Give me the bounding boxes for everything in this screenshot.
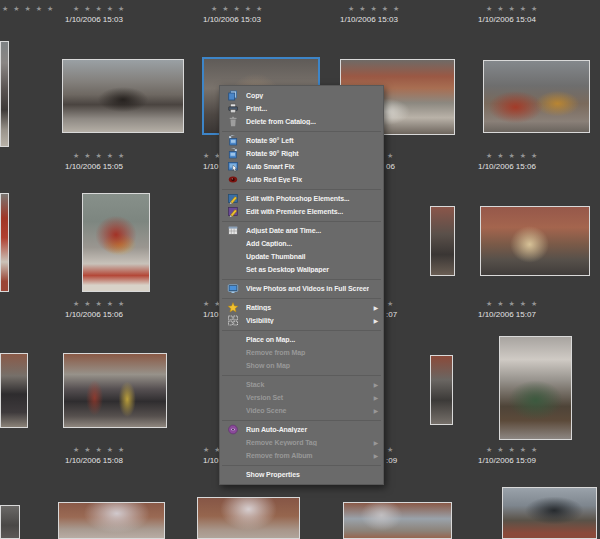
menu-item-label: Visibility — [246, 317, 369, 324]
menu-item-run-auto-analyzer[interactable]: Run Auto-Analyzer — [220, 423, 383, 436]
menu-item-auto-smart-fix[interactable]: Auto Smart Fix — [220, 160, 383, 173]
menu-item-label: Show on Map — [246, 362, 369, 369]
menu-separator — [222, 330, 381, 331]
photo-date: 1/10/2006 15:04 — [478, 15, 536, 25]
menu-item-show-on-map[interactable]: Show on Map — [220, 359, 383, 372]
star-rating[interactable]: ★ ★ — [203, 445, 219, 454]
menu-item-remove-from-map[interactable]: Remove from Map — [220, 346, 383, 359]
star-rating[interactable]: ★ ★ ★ ★ ★ — [73, 299, 126, 308]
photo-date-fragment: 1/10 — [203, 310, 219, 320]
rotate-left-icon — [227, 135, 239, 146]
star-rating[interactable]: ★ — [387, 151, 395, 160]
menu-separator — [222, 279, 381, 280]
red-eye-icon — [227, 174, 239, 185]
photo-thumbnail[interactable] — [480, 206, 590, 276]
star-rating[interactable]: ★ ★ — [203, 299, 219, 308]
menu-item-label: Ratings — [246, 304, 369, 311]
photo-thumbnail[interactable] — [0, 505, 20, 539]
star-rating[interactable]: ★ ★ ★ ★ ★ — [348, 4, 401, 13]
menu-separator — [222, 420, 381, 421]
menu-item-label: Stack — [246, 381, 369, 388]
menu-item-view-full-screen[interactable]: View Photos and Videos in Full Screen — [220, 282, 383, 295]
menu-item-edit-with-photoshop-elements[interactable]: Edit with Photoshop Elements... — [220, 192, 383, 205]
menu-item-adjust-date-and-time[interactable]: Adjust Date and Time... — [220, 224, 383, 237]
photo-thumbnail[interactable] — [63, 353, 167, 428]
icon-spacer — [227, 264, 239, 275]
menu-item-remove-from-album[interactable]: Remove from Album▶ — [220, 449, 383, 462]
photo-thumbnail[interactable] — [483, 60, 590, 133]
edit-photoshop-icon — [227, 193, 239, 204]
menu-item-auto-red-eye-fix[interactable]: Auto Red Eye Fix — [220, 173, 383, 186]
photo-date: 1/10/2006 15:03 — [340, 15, 398, 25]
edit-premiere-icon — [227, 206, 239, 217]
menu-separator — [222, 189, 381, 190]
menu-item-print[interactable]: Print... — [220, 102, 383, 115]
star-rating[interactable]: ★ ★ ★ ★ ★ — [2, 4, 55, 13]
photo-thumbnail[interactable] — [58, 502, 165, 539]
photo-date: 1/10/2006 15:08 — [65, 456, 123, 466]
photo-thumbnail[interactable] — [502, 487, 597, 539]
menu-item-label: Copy — [246, 92, 369, 99]
photo-thumbnail[interactable] — [82, 193, 150, 292]
menu-item-copy[interactable]: Copy — [220, 89, 383, 102]
star-rating[interactable]: ★ ★ ★ ★ ★ — [486, 4, 539, 13]
star-rating[interactable]: ★ ★ ★ ★ ★ — [73, 151, 126, 160]
menu-item-rotate-90-left[interactable]: Rotate 90° Left — [220, 134, 383, 147]
menu-separator — [222, 221, 381, 222]
rotate-right-icon — [227, 148, 239, 159]
icon-spacer — [227, 392, 239, 403]
photo-date: 1/10/2006 15:06 — [478, 162, 536, 172]
menu-item-ratings[interactable]: Ratings▶ — [220, 301, 383, 314]
photo-thumbnail[interactable] — [0, 353, 28, 428]
star-rating[interactable]: ★ ★ ★ ★ ★ — [211, 4, 264, 13]
menu-item-set-as-desktop-wallpaper[interactable]: Set as Desktop Wallpaper — [220, 263, 383, 276]
analyzer-icon — [227, 424, 239, 435]
star-rating[interactable]: ★ ★ ★ ★ ★ — [486, 151, 539, 160]
menu-item-add-caption[interactable]: Add Caption... — [220, 237, 383, 250]
menu-item-remove-keyword-tag[interactable]: Remove Keyword Tag▶ — [220, 436, 383, 449]
star-rating[interactable]: ★ — [387, 299, 395, 308]
menu-item-label: Delete from Catalog... — [246, 118, 369, 125]
photo-date-fragment: :07 — [386, 310, 397, 320]
star-rating[interactable]: ★ ★ ★ ★ ★ — [486, 445, 539, 454]
photo-date: 1/10/2006 15:07 — [478, 310, 536, 320]
menu-item-label: Show Properties — [246, 471, 369, 478]
star-rating[interactable]: ★ — [387, 445, 395, 454]
menu-item-place-on-map[interactable]: Place on Map... — [220, 333, 383, 346]
icon-spacer — [227, 251, 239, 262]
menu-item-label: Print... — [246, 105, 369, 112]
menu-item-version-set[interactable]: Version Set▶ — [220, 391, 383, 404]
organizer-media-browser: { "app": { "name": "Photo Organizer medi… — [0, 0, 600, 539]
menu-item-stack[interactable]: Stack▶ — [220, 378, 383, 391]
star-rating[interactable]: ★ ★ ★ ★ ★ — [73, 4, 126, 13]
menu-item-label: Run Auto-Analyzer — [246, 426, 369, 433]
menu-item-edit-with-premiere-elements[interactable]: Edit with Premiere Elements... — [220, 205, 383, 218]
menu-item-rotate-90-right[interactable]: Rotate 90° Right — [220, 147, 383, 160]
icon-spacer — [227, 405, 239, 416]
menu-item-label: Auto Red Eye Fix — [246, 176, 369, 183]
menu-item-video-scene[interactable]: Video Scene▶ — [220, 404, 383, 417]
submenu-arrow-icon: ▶ — [369, 318, 378, 324]
photo-thumbnail[interactable] — [62, 59, 184, 133]
photo-thumbnail[interactable] — [197, 497, 300, 539]
photo-thumbnail[interactable] — [499, 336, 572, 440]
photo-thumbnail[interactable] — [430, 206, 455, 276]
photo-thumbnail[interactable] — [0, 41, 9, 147]
photo-thumbnail[interactable] — [0, 193, 9, 292]
menu-item-update-thumbnail[interactable]: Update Thumbnail — [220, 250, 383, 263]
star-rating[interactable]: ★ ★ ★ ★ ★ — [486, 299, 539, 308]
photo-thumbnail[interactable] — [343, 502, 452, 539]
star-rating[interactable]: ★ ★ ★ ★ ★ — [73, 445, 126, 454]
star-rating[interactable]: ★ ★ — [203, 151, 219, 160]
trash-icon — [227, 116, 239, 127]
photo-date: 1/10/2006 15:03 — [203, 15, 261, 25]
photo-date: 1/10/2006 15:05 — [65, 162, 123, 172]
icon-spacer — [227, 238, 239, 249]
menu-item-show-properties[interactable]: Show Properties — [220, 468, 383, 481]
menu-item-label: Auto Smart Fix — [246, 163, 369, 170]
ratings-icon — [227, 302, 239, 313]
menu-item-delete-from-catalog[interactable]: Delete from Catalog... — [220, 115, 383, 128]
menu-item-visibility[interactable]: Visibility▶ — [220, 314, 383, 327]
photo-thumbnail[interactable] — [430, 355, 453, 425]
menu-item-label: Remove from Map — [246, 349, 369, 356]
